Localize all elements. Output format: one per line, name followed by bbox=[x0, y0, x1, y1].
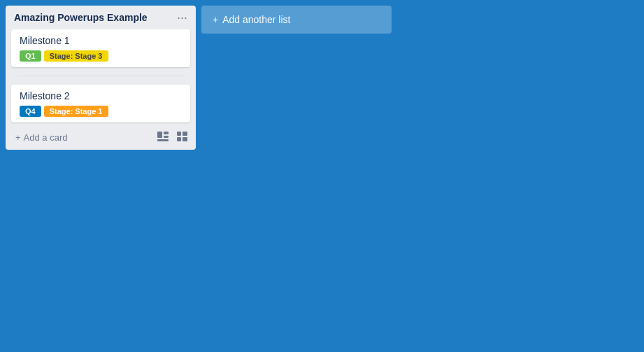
label-q4: Q4 bbox=[20, 106, 41, 117]
board-list: Amazing Powerups Example ··· Milestone 1… bbox=[6, 6, 196, 150]
footer-icons bbox=[155, 130, 190, 145]
grid-icon[interactable] bbox=[174, 130, 190, 145]
add-card-button[interactable]: + Add a card bbox=[11, 129, 71, 146]
list-header: Amazing Powerups Example ··· bbox=[6, 6, 196, 29]
add-list-label: Add another list bbox=[222, 14, 290, 25]
add-list-button[interactable]: + Add another list bbox=[201, 6, 392, 34]
add-card-label: Add a card bbox=[24, 132, 68, 143]
plus-icon: + bbox=[15, 132, 21, 143]
list-title: Amazing Powerups Example bbox=[14, 12, 148, 23]
template-icon[interactable] bbox=[155, 130, 171, 145]
svg-rect-0 bbox=[157, 132, 162, 138]
svg-rect-6 bbox=[177, 137, 181, 141]
svg-rect-1 bbox=[164, 132, 169, 134]
label-stage3: Stage: Stage 3 bbox=[44, 50, 108, 62]
card-title-1: Milestone 1 bbox=[20, 35, 182, 46]
card-labels-2: Q4 Stage: Stage 1 bbox=[20, 106, 182, 117]
svg-rect-3 bbox=[157, 139, 169, 141]
card-labels-1: Q1 Stage: Stage 3 bbox=[20, 50, 182, 62]
card-milestone-2[interactable]: Milestone 2 Q4 Stage: Stage 1 bbox=[11, 85, 190, 122]
label-stage1: Stage: Stage 1 bbox=[44, 106, 108, 117]
card-divider bbox=[17, 76, 185, 76]
label-q1: Q1 bbox=[20, 50, 41, 62]
list-cards: Milestone 1 Q1 Stage: Stage 3 Milestone … bbox=[6, 29, 196, 122]
svg-rect-5 bbox=[183, 132, 187, 136]
svg-rect-2 bbox=[164, 136, 169, 138]
list-footer: + Add a card bbox=[6, 125, 196, 150]
svg-rect-4 bbox=[177, 132, 181, 136]
list-menu-icon[interactable]: ··· bbox=[177, 11, 187, 24]
card-title-2: Milestone 2 bbox=[20, 90, 182, 101]
card-milestone-1[interactable]: Milestone 1 Q1 Stage: Stage 3 bbox=[11, 29, 190, 67]
svg-rect-7 bbox=[183, 137, 187, 141]
add-list-plus-icon: + bbox=[213, 14, 218, 25]
